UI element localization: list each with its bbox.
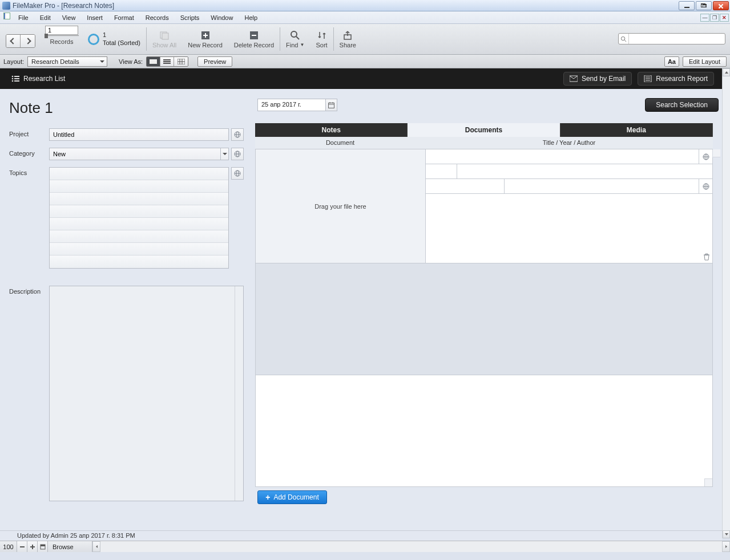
project-web-button[interactable] [231,128,244,141]
svg-rect-19 [14,78,19,79]
prev-record-button[interactable] [6,35,21,47]
doc-close-button[interactable]: ✕ [720,14,729,22]
documents-pane: 25 апр 2017 г. Search Selection Notes Do… [255,89,722,530]
menu-window[interactable]: Window [205,13,239,23]
layout-label: Layout: [3,58,24,65]
tab-media[interactable]: Media [560,123,713,137]
tab-notes[interactable]: Notes [255,123,408,137]
zoom-out-button[interactable] [17,541,27,552]
record-pie-icon [88,34,99,45]
plus-icon: + [265,493,270,501]
window-maximize-button[interactable] [696,1,712,10]
document-row: Drag your file here [255,149,713,263]
list-icon [11,75,19,82]
search-input[interactable] [629,35,725,42]
category-dropdown-button[interactable] [221,148,229,160]
view-as-label: View As: [119,58,143,65]
send-email-button[interactable]: Send by Email [563,72,632,86]
pie-total: Total (Sorted) [103,39,140,47]
menubar: File Edit View Insert Format Records Scr… [0,11,730,24]
category-label: Category [9,148,49,157]
tab-bar: Notes Documents Media [255,123,713,137]
content-area: Note 1 Project Category Topics Descripti… [0,89,722,530]
menu-help[interactable]: Help [239,13,263,23]
next-record-button[interactable] [21,35,35,47]
hscroll-right-button[interactable] [722,541,730,552]
category-web-button[interactable] [231,148,244,160]
sort-icon [317,30,327,40]
search-icon [619,34,629,44]
topics-web-button[interactable] [231,167,244,180]
doc-minimize-button[interactable]: — [700,14,709,22]
menu-edit[interactable]: Edit [34,13,57,23]
date-field[interactable]: 25 апр 2017 г. [257,99,337,111]
file-drop-zone[interactable]: Drag your file here [256,149,426,263]
scroll-down-button[interactable] [723,530,730,538]
topics-list[interactable] [49,167,229,269]
globe-icon [703,183,709,190]
globe-icon [234,131,241,138]
scrollbar-thumb[interactable] [236,287,242,295]
horizontal-scrollbar[interactable] [92,541,730,552]
quick-search[interactable] [618,33,725,44]
description-textarea[interactable] [49,286,244,501]
research-list-button[interactable]: Research List [8,74,68,83]
portal-scroll-up[interactable] [712,149,720,157]
view-table-button[interactable] [174,57,188,66]
pie-count: 1 [103,31,140,39]
project-input[interactable] [49,128,229,141]
menu-format[interactable]: Format [108,13,140,23]
delete-record-button[interactable]: Delete Record [228,24,280,54]
documents-extra-area [255,375,713,487]
layout-selector[interactable]: Research Details [27,56,107,67]
app-icon [2,2,10,10]
add-document-button[interactable]: +Add Document [257,490,327,504]
menu-file[interactable]: File [13,13,34,23]
mail-icon [570,75,578,82]
view-form-button[interactable] [147,57,160,66]
menu-records[interactable]: Records [140,13,175,23]
menu-view[interactable]: View [57,13,82,23]
view-list-button[interactable] [160,57,174,66]
doc-header-document: Document [255,137,425,149]
search-selection-button[interactable]: Search Selection [645,98,719,112]
new-record-button[interactable]: New Record [182,24,228,54]
svg-rect-21 [14,80,19,82]
window-close-button[interactable] [713,1,729,10]
calendar-button[interactable] [325,99,337,111]
doc-header-tya: Title / Year / Author [425,137,713,149]
research-report-button[interactable]: Research Report [638,72,714,86]
zoom-value[interactable]: 100 [0,541,17,552]
doc-web-button-2[interactable] [699,179,712,193]
calendar-icon [328,102,334,108]
hscroll-left-button[interactable] [92,541,100,552]
svg-point-18 [12,78,14,80]
doc-web-button[interactable] [699,149,712,164]
record-slider[interactable] [45,34,79,38]
window-minimize-button[interactable] [679,1,695,10]
zoom-in-button[interactable] [27,541,38,552]
doc-restore-button[interactable]: ❐ [710,14,719,22]
formatting-bar-button[interactable]: Aa [664,56,679,67]
mode-indicator[interactable]: Browse [48,541,92,552]
preview-button[interactable]: Preview [197,56,232,67]
show-all-button[interactable]: Show All [147,24,182,54]
sort-button[interactable]: Sort [310,24,333,54]
scroll-up-button[interactable] [723,68,730,76]
tab-documents[interactable]: Documents [408,123,560,137]
status-toggle-button[interactable] [38,541,48,552]
trash-button[interactable] [703,253,710,261]
category-input[interactable] [49,148,221,160]
globe-icon [234,170,241,177]
portal-scroll-down[interactable] [704,478,712,486]
updated-info: Updated by Admin 25 апр 2017 г. 8:31 PM [0,530,722,541]
menu-insert[interactable]: Insert [81,13,108,23]
toolbar: Records 1 Total (Sorted) Show All New Re… [0,24,730,55]
share-button[interactable]: Share [334,24,362,54]
new-record-icon [200,30,211,40]
body-scrollbar[interactable] [722,68,730,538]
menu-scripts[interactable]: Scripts [175,13,205,23]
find-button[interactable]: Find▼ [280,24,310,54]
svg-line-8 [296,36,299,39]
edit-layout-button[interactable]: Edit Layout [683,56,727,67]
